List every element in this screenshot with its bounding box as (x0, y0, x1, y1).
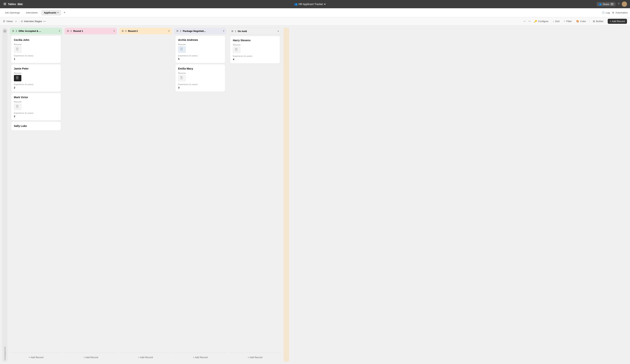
share-button[interactable]: 👥 Share 7 (596, 2, 616, 6)
svg-rect-28 (180, 78, 182, 78)
col-chevron-icon[interactable]: ▾ (59, 30, 60, 32)
svg-rect-26 (180, 77, 182, 77)
col-count: 0 (125, 30, 126, 32)
col-body-round2 (119, 34, 172, 353)
col-add-record-button[interactable]: + Add Record (66, 354, 116, 360)
avatar[interactable] (622, 2, 627, 7)
app-title-text: HR Applicant Tracker (298, 2, 323, 6)
tab-applicants-label: Applicants (44, 11, 56, 14)
nav-left: Tables Beta (3, 2, 23, 6)
resume-attachment[interactable] (178, 46, 186, 53)
filter-icon: ⧼ (564, 20, 565, 23)
toolbar-divider-2 (589, 20, 590, 23)
top-nav: Tables Beta 👥 HR Applicant Tracker ▾ 👥 S… (0, 0, 630, 8)
builder-label: Builder (596, 20, 604, 23)
col-chevron-icon[interactable]: ▾ (223, 30, 224, 32)
svg-rect-4 (5, 4, 6, 5)
tab-bar-actions: 🕐 Log ⚙ Automation (602, 11, 628, 14)
undo-button[interactable]: ↩ (523, 19, 527, 24)
col-cmd-icon: ⌘ (67, 30, 69, 32)
resume-attachment[interactable] (14, 75, 22, 81)
col-chevron-icon[interactable]: ▾ (114, 30, 115, 32)
exp-label: Experience (in years) (233, 55, 277, 57)
resume-attachment[interactable] (233, 47, 240, 53)
card-name: Archie Andrews (178, 38, 222, 42)
app-name: Tables (8, 2, 16, 6)
uncategorised-panel[interactable]: 0 Uncategorised (2, 28, 8, 362)
log-label: Log (606, 11, 610, 14)
redo-button[interactable]: ↪ (528, 19, 532, 24)
configure-button[interactable]: 🔑 Configure (532, 19, 550, 24)
card-mark-victor: Mark Victor Resume Experience (in years)… (11, 93, 61, 120)
tab-interviewer[interactable]: Interviewer (23, 10, 40, 16)
col-footer-package: + Add Record (174, 353, 226, 362)
color-label: Color (580, 20, 586, 23)
toolbar-right: ↩ ↪ 🔑 Configure ↕ Sort ⧼ Filter 🎨 Color … (523, 19, 627, 24)
column-partial (284, 28, 289, 362)
share-icon: 👥 (598, 3, 602, 6)
col-add-record-button[interactable]: + Add Record (230, 354, 280, 360)
resume-label: Resume (14, 72, 58, 74)
col-cmd-icon: ⌘ (231, 30, 234, 32)
svg-rect-19 (16, 107, 18, 107)
col-chevron-icon[interactable]: ▾ (168, 30, 170, 32)
column-package-negotiation: ⌘ 2 Package Negotiati... ▾ Archie Andrew… (174, 28, 226, 362)
resume-attachment[interactable] (14, 104, 22, 110)
resume-attachment[interactable] (178, 75, 186, 81)
svg-rect-16 (16, 105, 18, 106)
col-title: Round 2 (128, 30, 167, 32)
exp-value: 2 (14, 115, 58, 118)
log-button[interactable]: 🕐 Log (602, 11, 610, 14)
col-title: On hold (238, 30, 276, 32)
filter-label: Filter (566, 20, 572, 23)
col-header-onhold: ⌘ 1 On hold ▾ (229, 28, 281, 35)
tab-applicants[interactable]: Applicants ▾ (41, 10, 61, 16)
filter-button[interactable]: ⧼ Filter (562, 19, 574, 24)
tab-applicants-dropdown[interactable]: ▾ (58, 12, 58, 14)
card-name: Emilia Macy (178, 67, 222, 70)
title-dropdown-icon[interactable]: ▾ (324, 2, 326, 6)
builder-button[interactable]: ⊞ Builder (591, 19, 605, 24)
exp-label: Experience (in years) (14, 83, 58, 86)
card-name: Jamie Peter (14, 67, 58, 70)
col-add-record-button[interactable]: + Add Record (11, 354, 61, 360)
views-icon: ☰ (3, 20, 5, 23)
sort-button[interactable]: ↕ Sort (551, 19, 562, 24)
add-view-button[interactable]: + (14, 20, 18, 23)
svg-rect-31 (235, 48, 237, 49)
toolbar-left: ☰ Views + ⊞ Interview Stages ••• (3, 20, 46, 23)
svg-rect-24 (180, 50, 182, 50)
automation-button[interactable]: ⚙ Automation (612, 11, 628, 14)
resume-attachment[interactable] (14, 46, 22, 53)
exp-value: 2 (14, 86, 58, 89)
uncategorised-count: 0 (3, 29, 7, 33)
col-cmd-icon: ⌘ (176, 30, 178, 32)
add-record-button[interactable]: + Add Record (608, 19, 627, 24)
exp-value: 5 (178, 58, 222, 60)
automation-icon: ⚙ (612, 11, 614, 14)
col-count: 0 (70, 30, 72, 32)
app-logo: Tables Beta (3, 2, 23, 6)
exp-label: Experience (in years) (178, 54, 222, 57)
svg-rect-21 (180, 48, 182, 48)
kanban-board: 0 Uncategorised ⌘ 4 Offer Accepted & ...… (0, 26, 630, 364)
resume-label: Resume (14, 43, 58, 46)
add-tab-button[interactable]: + (62, 10, 67, 15)
col-footer-round1: + Add Record (64, 353, 117, 362)
col-add-record-button[interactable]: + Add Record (176, 354, 225, 360)
svg-rect-7 (16, 48, 18, 49)
col-body-onhold: Harry Stevens Resume Experience (in year… (229, 35, 281, 353)
toolbar-divider (19, 20, 19, 23)
help-icon[interactable]: ? (618, 2, 620, 6)
color-button[interactable]: 🎨 Color (574, 19, 588, 24)
view-name-label: Interview Stages (24, 20, 42, 23)
configure-icon: 🔑 (534, 20, 537, 23)
tab-job-openings[interactable]: Job Openings (2, 10, 22, 16)
col-chevron-icon[interactable]: ▾ (278, 30, 279, 32)
views-button[interactable]: ☰ Views (3, 20, 13, 23)
col-count: 4 (16, 30, 17, 32)
col-add-record-button[interactable]: + Add Record (121, 354, 170, 360)
view-options-icon[interactable]: ••• (43, 20, 46, 23)
exp-label: Experience (in years) (178, 83, 222, 86)
resume-label: Resume (178, 43, 222, 46)
